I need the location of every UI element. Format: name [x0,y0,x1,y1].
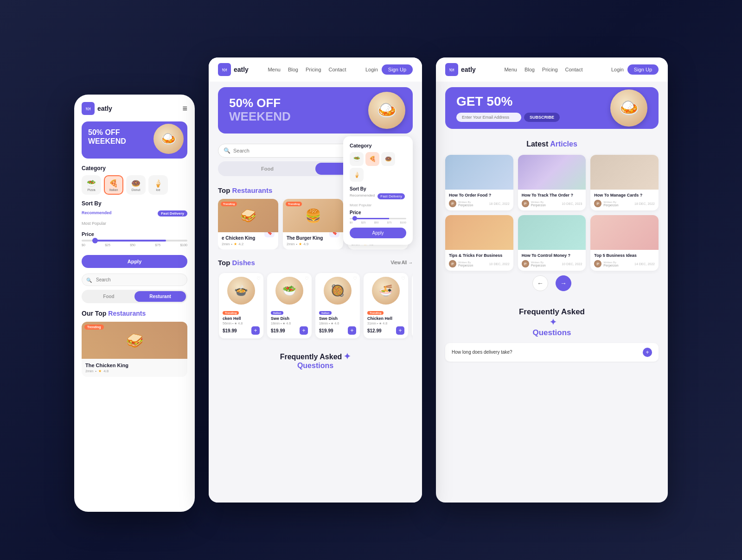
filter-chip-3[interactable]: 🍩 [381,152,395,166]
dish-4-img: 🍜 [372,277,400,305]
mobile-rest-info: The Chicken King 2min • ★ 4.8 [82,359,187,377]
article-2-avatar: P [522,200,529,207]
dish-2-heart[interactable]: ♡ [305,276,309,281]
article-5-img [518,215,586,250]
mobile-rest-image: 🥪 Trending [82,322,187,359]
dishes-view-all[interactable]: View All → [390,260,413,265]
filter-chip-4[interactable]: 🍦 [350,168,364,182]
article-4-author: Perperzon [458,264,473,267]
mobile-tab-food[interactable]: Food [83,291,134,302]
nav-blog[interactable]: Blog [288,67,298,72]
dish-4-heart[interactable]: ♡ [401,276,405,281]
filter-sort-title: Sort By [350,186,406,191]
written-by-2: Written By [531,201,546,204]
sort-most-popular[interactable]: Most Popular [82,221,106,226]
desktop-nav-blog[interactable]: Blog [525,67,535,72]
rest-card-2-badge: Trending [286,202,302,206]
desktop-nav-contact[interactable]: Contact [565,67,583,72]
filter-most-popular[interactable]: Most Popular [350,203,406,207]
dish-1-name: cken Hell [223,316,260,321]
tablet-signup-button[interactable]: Sign Up [382,64,413,75]
article-card-4: Tips & Tricks For Business P Written By … [445,215,513,271]
pagination-arrows: ← → [445,275,659,291]
article-1-author: Perperzon [458,204,473,207]
mobile-trending-badge: Trending [84,325,104,330]
rest-card-2-img: 🍔 Trending [283,199,343,232]
chip-donut[interactable]: 🍩Donut [126,175,146,195]
sort-fast-delivery[interactable]: Fast Delivery [158,210,187,216]
filter-price-slider[interactable] [350,218,406,219]
hero-subscribe-button[interactable]: SUBSCRIBE [524,113,560,122]
mobile-rest-rating: 4.8 [103,369,109,373]
tablet-dishes-section: Top Dishes View All → ♡ 🍲 Trending cken … [209,253,422,344]
sort-recommended[interactable]: Recommended [82,210,112,216]
desktop-hero-title: GET 50% [456,94,610,109]
filter-chip-1[interactable]: 🥗 [350,152,364,166]
mobile-search-input[interactable] [82,274,187,286]
dish-card-5: ♡ 🥗 Trending Swe Dish 18min • ★ 4.3 $19.… [412,273,413,338]
chip-pizza[interactable]: 🥗Pizza [82,175,101,195]
rest-1-rating: 4.2 [238,242,243,246]
dish-1-badge: Trending [223,311,239,315]
rest-1-time: 2min [222,242,230,246]
mobile-star-icon: ★ [98,369,102,373]
dish-1-price-row: $19.99 + [223,326,260,335]
article-card-5: How To Control Money ? P Written By Perp… [518,215,586,271]
dish-4-name: Chicken Hell [367,316,404,321]
next-arrow-button[interactable]: → [556,275,571,291]
desktop-hero: GET 50% SUBSCRIBE 🍛 [445,87,659,129]
dish-3-heart[interactable]: ♡ [353,276,357,281]
articles-grid-row2: Tips & Tricks For Business P Written By … [445,215,659,271]
dish-3-price: $19.99 [319,328,333,333]
desktop-nav-pricing[interactable]: Pricing [542,67,558,72]
chip-italian[interactable]: 🍕Italian [104,175,123,195]
restaurants-heading: Top Restaurants [218,186,272,194]
filter-chip-2[interactable]: 🍕 [365,152,379,166]
rest-card-1-meta: 2min • ★ 4.2 [222,242,275,246]
articles-section: Latest Articles How To Order Food ? P Wr… [436,134,668,301]
desktop-signup-button[interactable]: Sign Up [627,64,659,75]
article-6-date: 14 DEC, 2022 [634,262,655,266]
dish-1-heart[interactable]: ♡ [256,276,261,281]
mobile-header: 🍽 eatly ≡ [82,102,187,115]
nav-menu[interactable]: Menu [268,67,281,72]
mobile-price-slider[interactable] [82,240,187,242]
faq-item-1[interactable]: How long does delivery take? + [445,343,659,362]
desktop-nav-menu[interactable]: Menu [504,67,517,72]
dish-1-add-button[interactable]: + [251,326,260,335]
dish-1-meta: 56min • ★ 4.8 [223,322,260,325]
article-6-img [590,215,659,250]
tablet-logo-text: eatly [234,66,249,73]
article-6-avatar: P [594,260,601,267]
dish-3-add-button[interactable]: + [348,326,356,335]
desktop-logo-text: eatly [461,66,476,73]
tablet-login-button[interactable]: Login [365,67,378,72]
filter-fast-delivery[interactable]: Fast Delivery [377,193,405,199]
hero-email-input[interactable] [456,113,521,122]
article-6-author-wrap: Written By Perperzon [603,261,618,267]
desktop-login-button[interactable]: Login [611,67,624,72]
mobile-apply-button[interactable]: Apply [82,255,187,268]
hamburger-menu[interactable]: ≡ [182,104,187,114]
chip-donut-icon: 🍩 [131,179,141,188]
dish-4-add-button[interactable]: + [396,326,404,335]
nav-contact[interactable]: Contact [329,67,346,72]
dish-4-price: $12.99 [367,328,382,333]
article-3-meta: P Written By Perperzon 18 DEC, 2022 [594,200,655,207]
nav-pricing[interactable]: Pricing [306,67,321,72]
prev-arrow-button[interactable]: ← [532,275,548,291]
dish-card-2: ♡ 🥗 Italian Swe Dish 18min • ★ 4.6 $19.9… [267,273,312,338]
article-1-title: How To Order Food ? [449,193,510,197]
article-1-img [445,155,513,190]
dish-2-add-button[interactable]: + [300,326,308,335]
mobile-tab-restaurant[interactable]: Resturant [134,291,186,302]
tablet-nav-links: Menu Blog Pricing Contact [268,67,346,72]
tablet-faq-heading: Frequently Asked✦Questions [218,351,413,370]
article-2-title: How To Track The Order ? [522,193,582,197]
mobile-restaurants-heading: Our Top Restaurants [82,310,187,317]
filter-recommended[interactable]: Recommended [350,193,375,199]
rest-card-2-meta: 2min • ★ 4.9 [287,242,339,246]
chip-ice[interactable]: 🍦Ice [148,175,168,195]
filter-apply-button[interactable]: Apply [350,228,406,238]
tab-food[interactable]: Food [219,163,315,175]
